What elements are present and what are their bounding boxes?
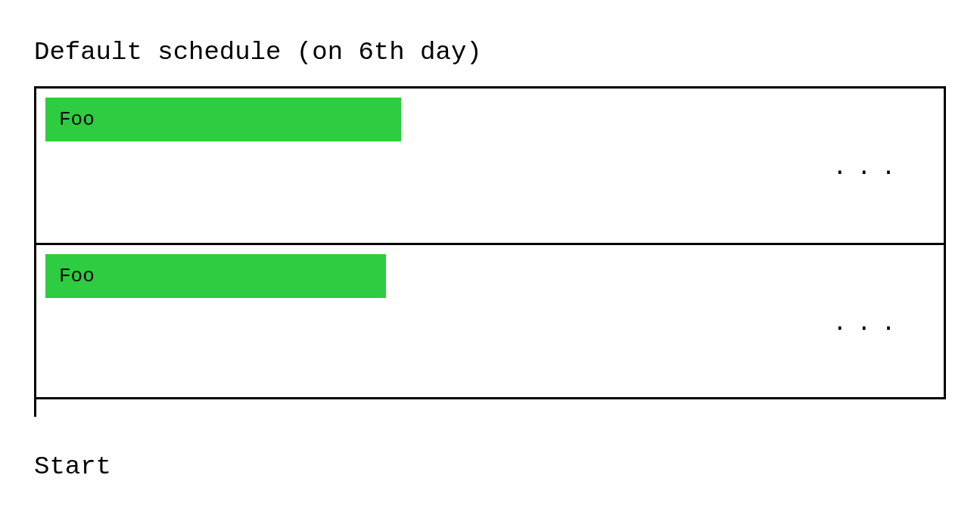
task-bar-foo: Foo xyxy=(45,98,401,141)
schedule-box: Foo ... Foo ... xyxy=(34,86,946,399)
start-tick xyxy=(34,397,36,417)
schedule-title: Default schedule (on 6th day) xyxy=(34,38,946,67)
task-bar-label: Foo xyxy=(59,108,95,131)
schedule-row: Foo ... xyxy=(36,88,944,243)
ellipsis-icon: ... xyxy=(833,153,906,179)
task-bar-foo: Foo xyxy=(45,254,386,298)
start-label: Start xyxy=(34,452,946,481)
ellipsis-icon: ... xyxy=(833,308,906,334)
task-bar-label: Foo xyxy=(59,265,95,287)
schedule-row: Foo ... xyxy=(36,243,944,397)
